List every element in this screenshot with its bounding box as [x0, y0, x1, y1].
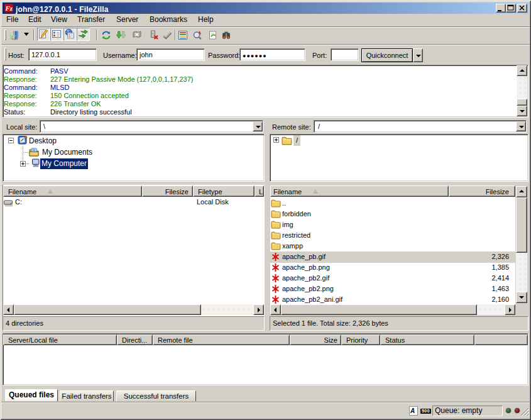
- svg-text:Fz: Fz: [5, 4, 13, 12]
